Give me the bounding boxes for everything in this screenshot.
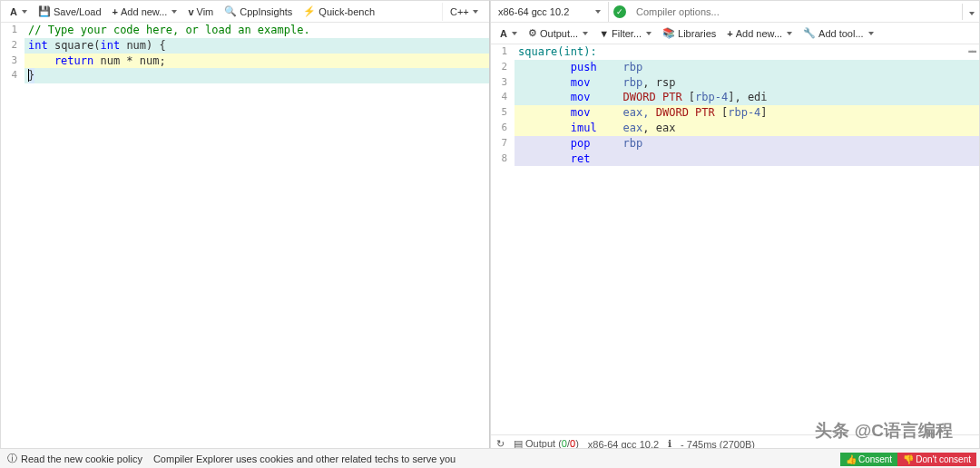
thumbs-down-icon: 👎 — [903, 454, 914, 464]
add-new-button[interactable]: +Add new... — [721, 26, 798, 41]
add-tool-button[interactable]: 🔧Add tool... — [798, 25, 879, 41]
plus-icon: + — [727, 28, 732, 39]
search-icon: 🔍 — [224, 5, 237, 17]
asm-line: square(int): — [514, 44, 979, 60]
plus-icon: + — [113, 6, 118, 17]
save-icon: 💾 — [38, 5, 51, 17]
libraries-button[interactable]: 📚Libraries — [657, 25, 721, 41]
cookie-banner: ⓘ Read the new cookie policy Compiler Ex… — [0, 448, 980, 468]
minimap: ▬▬ — [968, 46, 975, 56]
asm-line: mov rbp, rsp — [514, 75, 979, 91]
thumbs-up-icon: 👍 — [846, 454, 857, 464]
font-menu-button[interactable]: A — [5, 5, 33, 19]
quickbench-button[interactable]: ⚡Quick-bench — [298, 4, 380, 19]
caret-down-icon — [595, 10, 601, 14]
font-menu-button[interactable]: A — [495, 26, 523, 41]
code-line: return num * num; — [24, 54, 489, 69]
cookie-policy-link[interactable]: Read the new cookie policy — [21, 453, 142, 464]
save-load-button[interactable]: 💾Save/Load — [33, 4, 107, 19]
output-button[interactable]: ⚙Output... — [523, 25, 593, 41]
asm-line: imul eax, eax — [514, 121, 979, 136]
vim-button[interactable]: vVim — [182, 5, 219, 19]
source-editor[interactable]: 1234 // Type your code here, or load an … — [1, 23, 489, 453]
asm-line: mov eax, DWORD PTR [rbp-4] — [514, 105, 979, 121]
compiler-options-input[interactable] — [631, 2, 962, 22]
book-icon: 📚 — [662, 27, 675, 39]
asm-line: mov DWORD PTR [rbp-4], edi — [514, 90, 979, 105]
code-line: int square(int num) { — [24, 38, 489, 54]
code-line: } — [24, 68, 489, 83]
vim-icon: v — [188, 6, 193, 17]
filter-button[interactable]: ▼Filter... — [593, 26, 657, 41]
cppinsights-button[interactable]: 🔍CppInsights — [219, 4, 298, 19]
dont-consent-button[interactable]: 👎Don't consent — [897, 453, 976, 466]
asm-line: ret — [514, 151, 979, 167]
code-line: // Type your code here, or load an examp… — [24, 23, 489, 38]
status-ok-icon: ✓ — [613, 5, 626, 18]
wrench-icon: 🔧 — [803, 27, 816, 39]
caret-down-icon — [868, 32, 874, 35]
cookie-message: Compiler Explorer uses cookies and other… — [153, 453, 456, 464]
line-gutter: 1234 — [1, 23, 24, 453]
caret-down-icon — [583, 32, 588, 35]
info-icon: ⓘ — [7, 452, 17, 465]
caret-down-icon — [512, 32, 517, 35]
compiler-select[interactable]: x86-64 gcc 10.2 — [491, 2, 609, 22]
caret-down-icon — [172, 10, 177, 14]
gear-icon: ⚙ — [528, 27, 537, 39]
asm-line: pop rbp — [514, 136, 979, 151]
options-dropdown-button[interactable] — [962, 4, 979, 20]
caret-down-icon — [22, 10, 27, 14]
bolt-icon: ⚡ — [303, 5, 316, 17]
right-toolbar: A ⚙Output... ▼Filter... 📚Libraries +Add … — [491, 23, 979, 44]
line-gutter: 12345678 — [491, 44, 514, 434]
left-toolbar: A 💾Save/Load +Add new... vVim 🔍CppInsigh… — [1, 1, 489, 23]
asm-line: push rbp — [514, 60, 979, 75]
caret-down-icon — [969, 12, 975, 15]
add-new-button[interactable]: +Add new... — [107, 5, 183, 19]
caret-down-icon — [646, 32, 652, 35]
caret-down-icon — [473, 10, 478, 14]
filter-icon: ▼ — [599, 28, 609, 39]
asm-editor[interactable]: 12345678 ▬▬ square(int): push rbp mov rb… — [491, 44, 979, 434]
compiler-bar: x86-64 gcc 10.2 ✓ — [491, 1, 979, 23]
consent-button[interactable]: 👍Consent — [840, 453, 897, 466]
caret-down-icon — [787, 32, 792, 35]
language-select[interactable]: C++ — [442, 3, 485, 21]
